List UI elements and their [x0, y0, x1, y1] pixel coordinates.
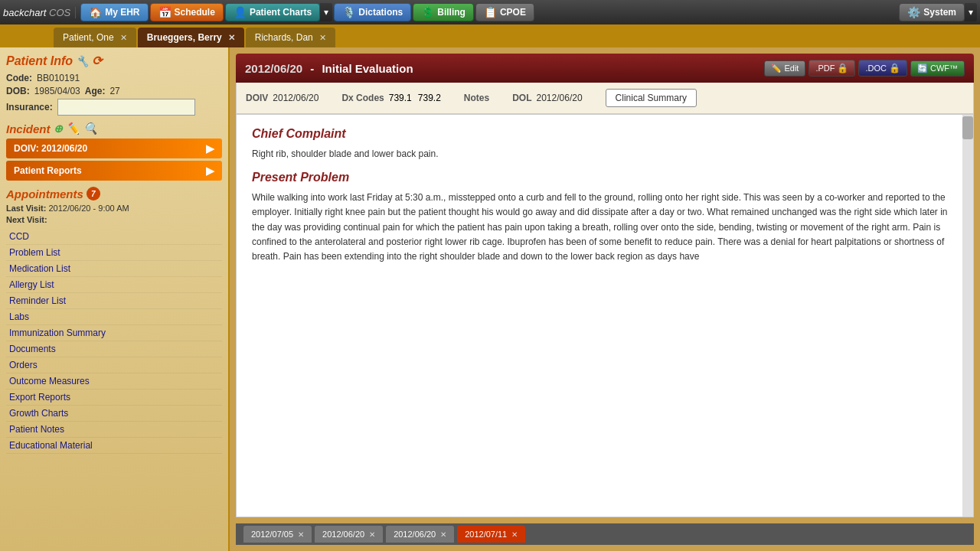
incident-label: Incident — [6, 122, 51, 135]
nav-system-group: ⚙️ System ▾ — [899, 3, 977, 21]
menu-item-export-reports[interactable]: Export Reports — [6, 390, 222, 406]
patient-reports-label: Patient Reports — [14, 165, 82, 176]
document-icon: 📋 — [484, 6, 497, 18]
doc-button[interactable]: .DOC 🔒 — [858, 60, 907, 77]
content-panel: 2012/06/20 - Initial Evaluation ✏️ Edit … — [230, 47, 980, 551]
edit-label: Edit — [784, 64, 799, 73]
bottom-tab-close-1[interactable]: ✕ — [369, 530, 375, 539]
schedule-button[interactable]: 📅 Schedule — [150, 3, 224, 21]
menu-item-outcome-measures[interactable]: Outcome Measures — [6, 373, 222, 390]
menu-item-patient-notes[interactable]: Patient Notes — [6, 422, 222, 438]
lock-icon-doc: 🔒 — [889, 63, 900, 73]
dob-row: DOB: 1985/04/03 Age: 27 — [6, 86, 222, 96]
patient-tab-1[interactable]: Brueggers, Berry ✕ — [138, 28, 244, 47]
chief-complaint-heading: Chief Complaint — [252, 127, 958, 141]
patient-tab-name-1: Brueggers, Berry — [147, 32, 222, 43]
system-dropdown[interactable]: ▾ — [965, 3, 977, 21]
bottom-tab-0[interactable]: 2012/07/05 ✕ — [243, 526, 312, 543]
dx-codes-values: 739.1 739.2 — [389, 93, 441, 103]
bottom-tab-close-0[interactable]: ✕ — [298, 530, 304, 539]
nav-schedule-group: 📅 Schedule — [150, 3, 224, 21]
dx-codes-info: Dx Codes 739.1 739.2 — [341, 93, 440, 103]
mic-icon: 🎙️ — [342, 6, 355, 18]
dollar-icon: 💲 — [421, 6, 434, 18]
billing-label: Billing — [437, 7, 466, 18]
billing-button[interactable]: 💲 Billing — [413, 3, 474, 21]
document-wrapper: 2012/06/20 - Initial Evaluation ✏️ Edit … — [236, 54, 974, 517]
code-row: Code: BB010191 — [6, 73, 222, 83]
brand-name: backchart — [3, 7, 46, 18]
bottom-tab-2[interactable]: 2012/06/20 ✕ — [386, 526, 454, 543]
schedule-label: Schedule — [175, 7, 215, 18]
patient-tab-close-1[interactable]: ✕ — [228, 33, 235, 43]
last-visit-label: Last Visit: — [6, 204, 46, 213]
menu-item-educational-material[interactable]: Educational Material — [6, 438, 222, 454]
appointments-header: Appointments 7 — [6, 187, 222, 201]
pencil-icon: ✏️ — [771, 64, 782, 73]
insurance-row: Insurance: — [6, 99, 222, 116]
patient-reports-button[interactable]: Patient Reports ▶ — [6, 161, 222, 181]
cwf-button[interactable]: 🔄 CWF™ — [910, 60, 965, 77]
document-date: 2012/06/20 — [245, 62, 302, 75]
appointments-badge: 7 — [87, 187, 100, 201]
sidebar-menu: CCD Problem List Medication List Allergy… — [6, 229, 222, 454]
refresh-icon: ⟳ — [92, 54, 102, 68]
doiv-button[interactable]: DOIV: 2012/06/20 ▶ — [6, 139, 222, 158]
incident-header: Incident ⊕ ✏️ 🔍 — [6, 122, 222, 135]
menu-item-orders[interactable]: Orders — [6, 357, 222, 373]
present-problem-text: While walking into work last Friday at 5… — [252, 191, 958, 264]
document-info-bar: DOIV 2012/06/20 Dx Codes 739.1 739.2 Not… — [236, 83, 974, 114]
doiv-label: DOIV — [246, 93, 268, 103]
arrow-right-icon-2: ▶ — [206, 165, 214, 177]
menu-item-growth-charts[interactable]: Growth Charts — [6, 406, 222, 422]
home-icon: 🏠 — [89, 6, 102, 18]
menu-item-labs[interactable]: Labs — [6, 309, 222, 325]
menu-item-allergy-list[interactable]: Allergy List — [6, 277, 222, 293]
document-header: 2012/06/20 - Initial Evaluation ✏️ Edit … — [236, 54, 974, 83]
document-type: Initial Evaluation — [322, 62, 413, 75]
notes-info: Notes — [464, 93, 489, 103]
scrollbar[interactable] — [962, 115, 973, 517]
bottom-tab-date-3: 2012/07/11 — [465, 530, 507, 539]
cpoe-button[interactable]: 📋 CPOE — [475, 3, 534, 21]
patient-charts-dropdown[interactable]: ▾ — [320, 3, 332, 21]
dol-value: 2012/06/20 — [537, 93, 583, 103]
menu-item-documents[interactable]: Documents — [6, 341, 222, 357]
patient-tab-0[interactable]: Patient, One ✕ — [54, 28, 136, 47]
patient-charts-button[interactable]: 👤 Patient Charts — [225, 3, 320, 21]
cwf-icon: 🔄 — [917, 64, 928, 73]
pdf-button[interactable]: .PDF 🔒 — [808, 60, 855, 77]
patient-tab-name-2: Richards, Dan — [255, 32, 313, 43]
dol-label: DOL — [512, 93, 531, 103]
my-ehr-button[interactable]: 🏠 My EHR — [80, 3, 148, 21]
bottom-tab-close-2[interactable]: ✕ — [440, 530, 446, 539]
next-visit-row: Next Visit: — [6, 215, 222, 224]
system-button[interactable]: ⚙️ System — [899, 3, 965, 21]
patient-tab-close-2[interactable]: ✕ — [319, 33, 326, 43]
dictations-button[interactable]: 🎙️ Dictations — [334, 3, 411, 21]
menu-item-immunization-summary[interactable]: Immunization Summary — [6, 325, 222, 341]
menu-item-problem-list[interactable]: Problem List — [6, 245, 222, 261]
menu-item-reminder-list[interactable]: Reminder List — [6, 293, 222, 309]
edit-button[interactable]: ✏️ Edit — [764, 60, 805, 77]
sidebar: Patient Info 🔧 ⟳ Code: BB010191 DOB: 198… — [0, 47, 230, 551]
insurance-input[interactable] — [57, 99, 195, 116]
document-content[interactable]: Chief Complaint Right rib, shoulder blad… — [236, 114, 974, 517]
bottom-tab-1[interactable]: 2012/06/20 ✕ — [315, 526, 383, 543]
menu-item-medication-list[interactable]: Medication List — [6, 261, 222, 277]
dictations-label: Dictations — [358, 7, 403, 18]
menu-item-ccd[interactable]: CCD — [6, 229, 222, 245]
bottom-tab-3[interactable]: 2012/07/11 ✕ — [457, 526, 525, 543]
patient-charts-label: Patient Charts — [250, 7, 312, 18]
patient-tab-close-0[interactable]: ✕ — [120, 33, 127, 43]
bottom-tab-bar: 2012/07/05 ✕ 2012/06/20 ✕ 2012/06/20 ✕ 2… — [236, 523, 974, 545]
scrollbar-thumb[interactable] — [962, 116, 973, 139]
clinical-summary-button[interactable]: Clinical Summary — [606, 89, 697, 107]
dx-code-2: 739.2 — [418, 93, 441, 103]
insurance-label: Insurance: — [6, 102, 53, 112]
next-visit-label: Next Visit: — [6, 215, 47, 224]
arrow-right-icon: ▶ — [206, 142, 214, 155]
patient-tab-bar: Patient, One ✕ Brueggers, Berry ✕ Richar… — [0, 24, 980, 47]
patient-tab-2[interactable]: Richards, Dan ✕ — [246, 28, 335, 47]
bottom-tab-close-3[interactable]: ✕ — [511, 530, 518, 539]
